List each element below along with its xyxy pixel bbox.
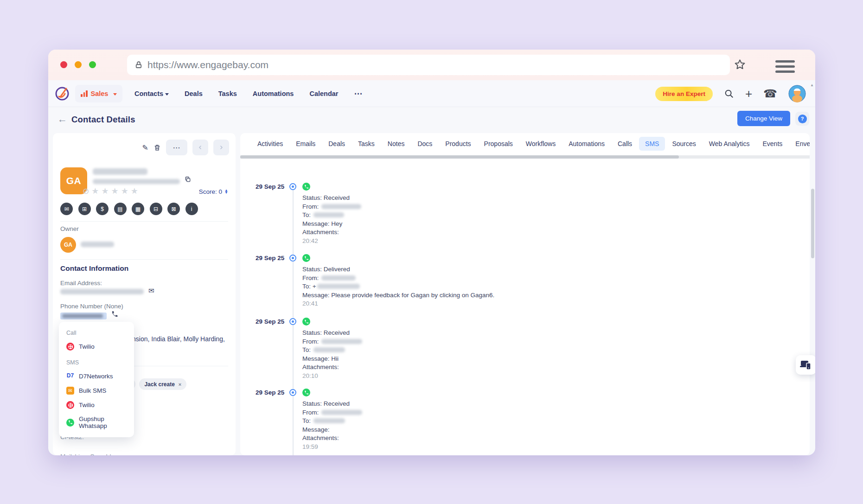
close-icon[interactable]: ×: [179, 382, 181, 387]
sms-message: Message: Hii: [302, 355, 362, 364]
quick-add-icon[interactable]: +: [745, 88, 752, 100]
maximize-window-button[interactable]: [89, 61, 96, 68]
next-contact-button[interactable]: [213, 140, 229, 155]
star-icon[interactable]: ★: [121, 186, 128, 196]
nav-item-tasks[interactable]: Tasks: [218, 90, 237, 97]
phone-number-label: Phone Number (None): [60, 303, 123, 310]
activity-tabs: Activities Emails Deals Tasks Notes Docs…: [240, 133, 810, 154]
help-button[interactable]: ?: [795, 112, 809, 126]
score-decrement-icon[interactable]: ▼: [224, 192, 228, 194]
tab-tasks[interactable]: Tasks: [352, 137, 381, 151]
hire-expert-button[interactable]: Hire an Expert: [655, 87, 713, 101]
send-email-icon[interactable]: ✉: [148, 287, 154, 295]
menu-item-d7networks[interactable]: D7 D7Networks: [59, 369, 134, 383]
call-section-header: Call: [59, 327, 134, 339]
tag-icon[interactable]: ⊠: [167, 203, 180, 215]
browser-menu-icon[interactable]: [775, 60, 795, 73]
tab-activities[interactable]: Activities: [251, 137, 289, 151]
tab-envelopes[interactable]: Envelopes: [789, 137, 810, 151]
phone-call-icon[interactable]: [111, 311, 118, 318]
info-icon[interactable]: i: [185, 203, 198, 215]
nav-item-deals[interactable]: Deals: [185, 90, 203, 97]
sms-status: Status: Delivered: [302, 265, 494, 274]
more-actions-button[interactable]: ⋯: [166, 140, 187, 155]
close-window-button[interactable]: [60, 61, 67, 68]
workspace-switcher[interactable]: Sales: [75, 85, 122, 102]
notes-icon[interactable]: ▤: [114, 203, 127, 215]
scrollbar-up-arrow[interactable]: ▲: [810, 83, 814, 87]
nav-item-automations[interactable]: Automations: [253, 90, 294, 97]
search-icon[interactable]: [724, 89, 734, 99]
sms-from-label: From:: [302, 338, 319, 345]
change-view-button[interactable]: Change View: [737, 111, 790, 126]
minimize-window-button[interactable]: [75, 61, 82, 68]
sms-section-header: SMS: [59, 354, 134, 369]
deal-icon[interactable]: $: [96, 203, 109, 215]
tab-notes[interactable]: Notes: [382, 137, 411, 151]
tab-emails[interactable]: Emails: [290, 137, 321, 151]
browser-window: https://www.engagebay.com Sales Contacts…: [48, 50, 815, 455]
star-icon[interactable]: ★: [91, 186, 99, 196]
nav-item-contacts[interactable]: Contacts: [134, 90, 169, 97]
whatsapp-icon: [302, 254, 310, 262]
timeline-radio-icon[interactable]: [289, 255, 296, 262]
bulk-sms-icon: ✉: [66, 387, 74, 395]
previous-contact-button[interactable]: [192, 140, 208, 155]
star-rating[interactable]: ⊘ ★ ★ ★ ★ ★: [83, 186, 138, 196]
delete-trash-icon[interactable]: [153, 144, 161, 152]
menu-item-gupshup-whatsapp[interactable]: Gupshup Whatsapp: [59, 412, 134, 433]
nav-item-calendar[interactable]: Calendar: [309, 90, 338, 97]
twilio-icon: [66, 343, 74, 351]
star-icon[interactable]: ★: [101, 186, 109, 196]
tag-pill[interactable]: Jack create×: [139, 378, 186, 390]
timeline-radio-icon[interactable]: [289, 183, 296, 190]
call-phone-icon[interactable]: ☎: [763, 87, 777, 100]
address-bar[interactable]: https://www.engagebay.com: [127, 55, 730, 75]
tab-deals[interactable]: Deals: [322, 137, 351, 151]
menu-item-twilio-call[interactable]: Twilio: [59, 339, 134, 354]
tab-workflows[interactable]: Workflows: [520, 137, 562, 151]
channel-dropdown-menu: Call Twilio SMS D7 D7Networks ✉ Bulk SMS…: [59, 322, 134, 437]
sms-to-prefix: +: [313, 283, 316, 290]
user-avatar[interactable]: [788, 85, 806, 102]
task-icon[interactable]: ⊞: [78, 203, 91, 215]
device-preview-widget[interactable]: [796, 355, 815, 375]
sms-time: 20:42: [302, 237, 361, 246]
lists-field-fragment: nsion, India Blair, Molly Harding,: [132, 335, 234, 343]
tab-calls[interactable]: Calls: [612, 137, 638, 151]
tab-automations[interactable]: Automations: [563, 137, 611, 151]
timeline-radio-icon[interactable]: [289, 389, 296, 396]
menu-item-bulk-sms[interactable]: ✉ Bulk SMS: [59, 383, 134, 398]
tab-web-analytics[interactable]: Web Analytics: [703, 137, 756, 151]
tab-sources[interactable]: Sources: [666, 137, 702, 151]
menu-item-twilio-sms[interactable]: Twilio: [59, 398, 134, 412]
redacted-from-number: [321, 410, 362, 415]
tab-events[interactable]: Events: [756, 137, 788, 151]
vertical-scrollbar[interactable]: [811, 189, 814, 258]
contact-activity-panel: Activities Emails Deals Tasks Notes Docs…: [240, 133, 810, 455]
owner-label: Owner: [60, 225, 79, 232]
tab-proposals[interactable]: Proposals: [478, 137, 519, 151]
docs-icon[interactable]: ▦: [132, 203, 144, 215]
star-icon[interactable]: ★: [131, 186, 138, 196]
email-icon[interactable]: ✉: [60, 203, 73, 215]
main-content: ← Contact Details Change View ? ✎ ⋯ GA: [48, 107, 815, 455]
redacted-phone-value[interactable]: [60, 313, 107, 319]
copy-icon[interactable]: [185, 176, 191, 183]
redacted-to-number: [313, 347, 345, 352]
d7networks-icon: D7: [66, 372, 74, 380]
star-icon[interactable]: ★: [111, 186, 119, 196]
edit-pencil-icon[interactable]: ✎: [142, 143, 148, 152]
timeline-radio-icon[interactable]: [289, 318, 296, 325]
sms-message: Message: Hey: [302, 220, 361, 229]
tab-sms[interactable]: SMS: [639, 137, 665, 151]
bookmark-star-icon[interactable]: [734, 58, 746, 71]
company-icon[interactable]: ⊟: [150, 203, 162, 215]
back-arrow-icon[interactable]: ←: [58, 114, 67, 125]
tab-docs[interactable]: Docs: [411, 137, 438, 151]
engagebay-logo[interactable]: [54, 85, 70, 102]
nav-more-icon[interactable]: ⋯: [354, 89, 363, 99]
tabs-horizontal-scrollbar[interactable]: [240, 155, 810, 159]
tab-products[interactable]: Products: [439, 137, 477, 151]
score-field[interactable]: Score: 0 ▲▼: [199, 188, 228, 195]
